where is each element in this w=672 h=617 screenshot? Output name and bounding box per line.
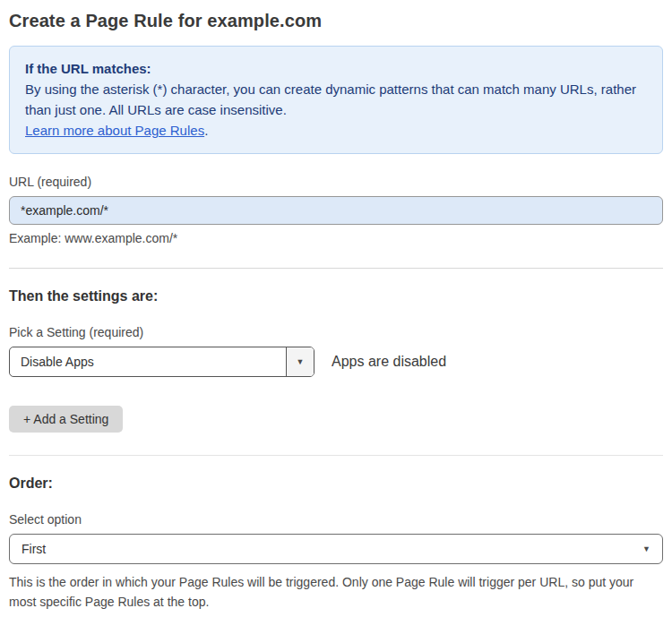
add-setting-button[interactable]: + Add a Setting [9, 406, 123, 433]
learn-more-link[interactable]: Learn more about Page Rules [25, 123, 204, 138]
setting-row: Disable Apps ▼ Apps are disabled [9, 347, 663, 377]
page-title: Create a Page Rule for example.com [9, 11, 663, 31]
info-box-link-line: Learn more about Page Rules. [25, 120, 647, 141]
chevron-down-icon: ▼ [642, 544, 650, 553]
url-field-helper: Example: www.example.com/* [9, 231, 663, 245]
link-suffix-text: . [204, 123, 208, 138]
order-select-label: Select option [9, 512, 663, 527]
chevron-down-icon[interactable]: ▼ [286, 347, 314, 376]
pick-setting-dropdown[interactable]: Disable Apps ▼ [9, 347, 314, 377]
order-section-heading: Order: [9, 476, 663, 492]
info-box-heading: If the URL matches: [25, 58, 647, 79]
info-box-body: By using the asterisk (*) character, you… [25, 79, 647, 120]
pick-setting-dropdown-value: Disable Apps [10, 347, 286, 376]
url-input[interactable] [9, 196, 663, 225]
section-divider [9, 268, 663, 269]
settings-section-heading: Then the settings are: [9, 288, 663, 304]
setting-status-text: Apps are disabled [332, 354, 446, 370]
order-select-dropdown[interactable]: First ▼ [9, 534, 663, 564]
section-divider [9, 455, 663, 456]
order-select-value: First [22, 542, 46, 556]
order-helper-text: This is the order in which your Page Rul… [9, 572, 663, 612]
url-match-info-box: If the URL matches: By using the asteris… [9, 46, 663, 154]
url-field-label: URL (required) [9, 175, 663, 189]
pick-setting-label: Pick a Setting (required) [9, 325, 663, 339]
